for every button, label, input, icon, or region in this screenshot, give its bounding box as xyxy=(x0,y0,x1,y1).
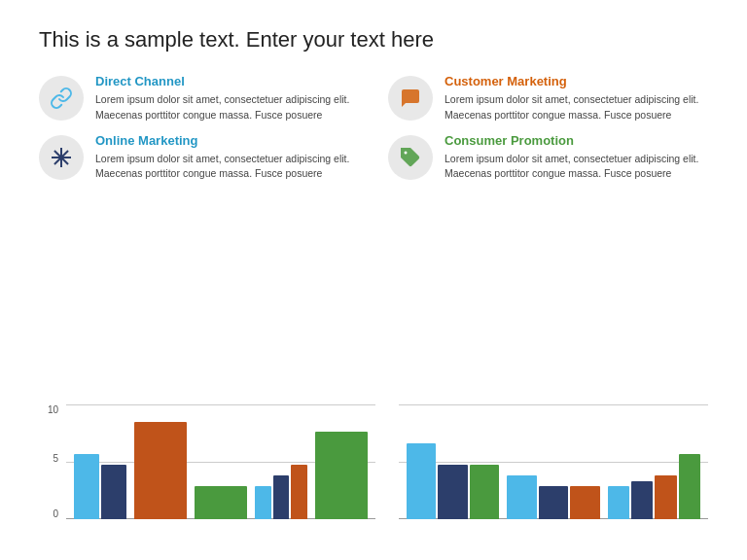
bar-green-r1 xyxy=(470,465,499,519)
page-title: This is a sample text. Enter your text h… xyxy=(39,27,708,52)
online-marketing-content: Online Marketing Lorem ipsum dolor sit a… xyxy=(95,133,359,183)
card-customer-marketing: Customer Marketing Lorem ipsum dolor sit… xyxy=(388,74,708,123)
page: This is a sample text. Enter your text h… xyxy=(0,0,747,560)
online-marketing-text: Lorem ipsum dolor sit amet, consectetuer… xyxy=(95,152,359,183)
bar-orange-2 xyxy=(134,422,187,519)
link-icon xyxy=(50,87,73,110)
bar-group-2 xyxy=(134,422,187,519)
bar-blue-4 xyxy=(255,486,271,519)
bar-orange-r3 xyxy=(655,475,676,519)
card-online-marketing: Online Marketing Lorem ipsum dolor sit a… xyxy=(39,133,359,183)
chat-icon xyxy=(399,87,422,110)
consumer-promotion-text: Lorem ipsum dolor sit amet, consectetuer… xyxy=(445,152,708,183)
chart-right xyxy=(399,404,708,541)
direct-channel-text: Lorem ipsum dolor sit amet, consectetuer… xyxy=(95,92,359,123)
y-label-0: 0 xyxy=(53,508,62,519)
bar-blue-r1 xyxy=(407,443,436,519)
gridline-top-r xyxy=(399,404,708,405)
chart-left xyxy=(66,404,375,541)
cards-grid: Direct Channel Lorem ipsum dolor sit ame… xyxy=(39,74,708,182)
y-axis: 10 5 0 xyxy=(39,404,66,541)
bar-group-3 xyxy=(195,486,247,519)
bar-group-4 xyxy=(255,465,307,519)
direct-channel-icon-bg xyxy=(39,76,84,121)
customer-marketing-icon-bg xyxy=(388,76,433,121)
bar-orange-r2 xyxy=(570,486,599,519)
direct-channel-content: Direct Channel Lorem ipsum dolor sit ame… xyxy=(95,74,359,123)
bar-group-r2 xyxy=(507,475,599,519)
bar-dark-r1 xyxy=(438,465,467,519)
customer-marketing-title: Customer Marketing xyxy=(445,74,708,88)
bars-right xyxy=(399,410,708,519)
bar-green-3 xyxy=(195,486,247,519)
bars-left xyxy=(66,410,375,519)
y-label-10: 10 xyxy=(48,404,62,415)
customer-marketing-content: Customer Marketing Lorem ipsum dolor sit… xyxy=(445,74,708,123)
bar-orange-4 xyxy=(291,465,307,519)
direct-channel-title: Direct Channel xyxy=(95,74,359,88)
bar-blue-r3 xyxy=(608,486,629,519)
online-marketing-icon-bg xyxy=(39,135,84,180)
chart-area: 10 5 0 xyxy=(39,203,708,541)
bar-dark-1 xyxy=(101,465,126,519)
bar-green-r3 xyxy=(679,454,700,519)
bar-dark-4 xyxy=(273,475,290,519)
bar-green-5 xyxy=(315,432,368,519)
tag-icon xyxy=(399,146,422,169)
card-direct-channel: Direct Channel Lorem ipsum dolor sit ame… xyxy=(39,74,359,123)
bar-group-1 xyxy=(74,454,126,519)
y-label-5: 5 xyxy=(53,453,62,464)
bar-dark-r3 xyxy=(631,481,653,519)
bar-dark-r2 xyxy=(539,486,568,519)
bar-blue-r2 xyxy=(507,475,536,519)
online-marketing-title: Online Marketing xyxy=(95,133,359,148)
bar-blue-1 xyxy=(74,454,99,519)
consumer-promotion-title: Consumer Promotion xyxy=(445,133,708,148)
svg-point-5 xyxy=(405,151,408,154)
consumer-promotion-icon-bg xyxy=(388,135,433,180)
bar-group-5 xyxy=(315,432,368,519)
consumer-promotion-content: Consumer Promotion Lorem ipsum dolor sit… xyxy=(445,133,708,183)
customer-marketing-text: Lorem ipsum dolor sit amet, consectetuer… xyxy=(445,92,708,123)
gridline-top xyxy=(66,404,375,405)
asterisk-icon xyxy=(50,146,73,169)
card-consumer-promotion: Consumer Promotion Lorem ipsum dolor sit… xyxy=(388,133,708,183)
bar-group-r1 xyxy=(407,443,499,519)
bar-group-r3 xyxy=(608,454,700,519)
